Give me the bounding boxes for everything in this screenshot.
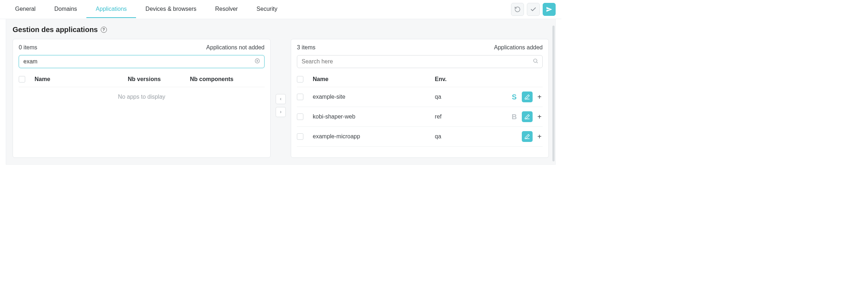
edit-icon — [524, 114, 530, 120]
content-area: Gestion des applications ? 0 items Appli… — [6, 19, 556, 165]
left-col-components: Nb components — [190, 76, 265, 82]
right-col-env: Env. — [435, 76, 496, 82]
left-thead: Name Nb versions Nb components — [19, 72, 265, 87]
confirm-button[interactable] — [527, 3, 540, 16]
send-button[interactable] — [543, 3, 556, 16]
right-select-all[interactable] — [297, 76, 303, 82]
edit-button[interactable] — [522, 92, 533, 102]
row-name: example-microapp — [313, 133, 435, 140]
right-search-box — [297, 55, 543, 68]
right-title: Applications added — [494, 44, 543, 51]
refresh-icon — [514, 6, 521, 13]
check-icon — [530, 6, 537, 13]
right-search-input[interactable] — [297, 55, 543, 68]
panel-added: 3 items Applications added Name — [291, 39, 549, 158]
tab-domains[interactable]: Domains — [45, 1, 86, 18]
chevron-left-icon — [279, 97, 282, 101]
help-icon[interactable]: ? — [101, 27, 107, 33]
panels: 0 items Applications not added Name — [13, 39, 549, 158]
row-checkbox[interactable] — [297, 113, 303, 120]
tabs: General Domains Applications Devices & b… — [6, 1, 287, 18]
type-badge: B — [510, 113, 518, 121]
left-title: Applications not added — [206, 44, 265, 51]
search-icon[interactable] — [533, 58, 538, 65]
left-col-name: Name — [35, 76, 128, 82]
row-env: qa — [435, 133, 496, 140]
chevron-right-icon — [279, 110, 282, 114]
left-count: 0 items — [19, 44, 37, 51]
left-col-versions: Nb versions — [128, 76, 190, 82]
move-right-button[interactable] — [276, 107, 286, 117]
top-bar: General Domains Applications Devices & b… — [0, 0, 561, 19]
tab-applications[interactable]: Applications — [86, 1, 136, 18]
left-search-input[interactable] — [19, 55, 265, 68]
left-select-all[interactable] — [19, 76, 25, 82]
row-env: qa — [435, 94, 496, 100]
right-col-name: Name — [313, 76, 435, 82]
right-table: Name Env. example-site qa S — [291, 72, 548, 147]
row-env: ref — [435, 113, 496, 120]
row-name: example-site — [313, 94, 435, 100]
tab-security[interactable]: Security — [247, 1, 287, 18]
clear-icon[interactable] — [254, 58, 260, 65]
type-badge: S — [510, 93, 518, 101]
scrollbar[interactable] — [552, 26, 555, 161]
table-row: kobi-shaper-web ref B + — [297, 107, 543, 127]
section-title-text: Gestion des applications — [13, 26, 98, 34]
tab-devices-browsers[interactable]: Devices & browsers — [136, 1, 205, 18]
left-table: Name Nb versions Nb components No apps t… — [13, 72, 270, 102]
row-checkbox[interactable] — [297, 94, 303, 100]
left-search-box — [19, 55, 265, 68]
add-button[interactable]: + — [536, 133, 543, 140]
edit-icon — [524, 134, 530, 139]
tab-resolver[interactable]: Resolver — [206, 1, 247, 18]
right-count: 3 items — [297, 44, 316, 51]
svg-point-3 — [534, 59, 537, 62]
panel-not-added: 0 items Applications not added Name — [13, 39, 271, 158]
move-left-button[interactable] — [276, 94, 286, 104]
edit-button[interactable] — [522, 111, 533, 122]
right-thead: Name Env. — [297, 72, 543, 87]
transfer-controls — [276, 80, 286, 117]
tab-general[interactable]: General — [6, 1, 45, 18]
edit-button[interactable] — [522, 131, 533, 142]
row-name: kobi-shaper-web — [313, 113, 435, 120]
add-button[interactable]: + — [536, 93, 543, 101]
refresh-button[interactable] — [511, 3, 524, 16]
table-row: example-microapp qa + — [297, 127, 543, 147]
send-icon — [546, 6, 552, 13]
top-actions — [511, 0, 556, 19]
add-button[interactable]: + — [536, 113, 543, 120]
edit-icon — [524, 94, 530, 100]
left-empty-text: No apps to display — [19, 87, 265, 102]
section-title: Gestion des applications ? — [13, 26, 549, 34]
svg-line-4 — [537, 62, 538, 63]
row-checkbox[interactable] — [297, 133, 303, 140]
table-row: example-site qa S + — [297, 87, 543, 107]
